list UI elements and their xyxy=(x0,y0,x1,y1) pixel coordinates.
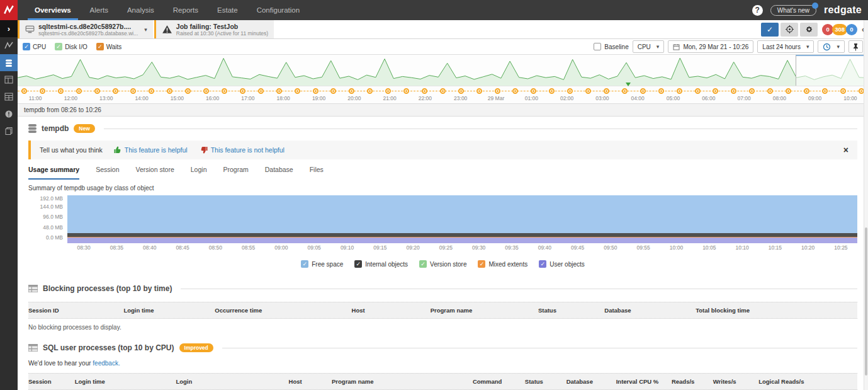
tab-version-store[interactable]: Version store xyxy=(135,166,174,180)
sidebar-item-configuration[interactable] xyxy=(0,122,18,139)
sidebar-item-reports[interactable] xyxy=(0,71,18,88)
sidebar-item-alerts[interactable] xyxy=(0,105,18,122)
alert-badge-1[interactable]: 308 xyxy=(832,24,847,35)
alert-marker-icon[interactable] xyxy=(403,88,409,94)
alert-marker-icon[interactable] xyxy=(786,88,791,94)
vertical-scrollbar[interactable] xyxy=(864,20,868,390)
alert-marker-icon[interactable] xyxy=(767,88,773,94)
nav-item-overviews[interactable]: Overviews xyxy=(25,0,81,20)
tab-login[interactable]: Login xyxy=(191,166,207,180)
alert-marker-icon[interactable] xyxy=(604,88,609,94)
nav-item-estate[interactable]: Estate xyxy=(208,0,247,20)
timeline-selection-region[interactable] xyxy=(796,55,867,86)
alert-marker-icon[interactable] xyxy=(585,88,591,94)
date-display[interactable]: Mon, 29 Mar 21 - 10:26 xyxy=(668,40,753,53)
alert-marker-icon[interactable] xyxy=(458,88,464,94)
sidebar-item-analysis[interactable] xyxy=(0,37,18,54)
whats-new-button[interactable]: What's new xyxy=(770,5,816,16)
alert-marker-icon[interactable] xyxy=(21,88,27,94)
legend-item-version-store[interactable]: ✓Version store xyxy=(419,260,466,268)
metric-checkbox-diskio[interactable]: ✓Disk I/O xyxy=(55,43,87,50)
scrollbar-thumb[interactable] xyxy=(865,227,867,376)
alert-badge-2[interactable]: 0 xyxy=(846,24,857,35)
time-range-select[interactable]: Last 24 hours ▾ xyxy=(757,40,814,53)
nav-item-alerts[interactable]: Alerts xyxy=(81,0,118,20)
legend-item-mixed-extents[interactable]: ✓Mixed extents xyxy=(478,260,527,268)
sidebar-expand-button[interactable]: › xyxy=(0,20,18,37)
target-scope-button[interactable] xyxy=(781,23,798,37)
alert-marker-icon[interactable] xyxy=(330,88,336,94)
legend-item-free-space[interactable]: ✓Free space xyxy=(301,260,343,268)
pin-button[interactable] xyxy=(848,40,863,53)
alert-marker-icon[interactable] xyxy=(149,88,154,94)
sidebar-item-databases[interactable] xyxy=(0,54,18,71)
close-icon[interactable]: × xyxy=(843,145,848,155)
job-failing-alert-card[interactable]: Job failing: TestJob Raised at 10:30 (Ac… xyxy=(154,20,274,38)
alert-marker-icon[interactable] xyxy=(549,88,555,94)
alert-marker-icon[interactable] xyxy=(313,88,318,94)
alert-marker-icon[interactable] xyxy=(749,88,755,94)
timeline-plot[interactable] xyxy=(18,55,868,86)
alert-marker-icon[interactable] xyxy=(385,88,391,94)
alert-marker-icon[interactable] xyxy=(531,88,536,94)
nav-item-analysis[interactable]: Analysis xyxy=(118,0,164,20)
history-clock-button[interactable]: ▾ xyxy=(818,40,845,53)
alert-marker-icon[interactable] xyxy=(622,88,628,94)
server-selector[interactable]: sqltestmi-cs.d8e20c58927b.... sqltestmi-… xyxy=(18,20,153,38)
alert-marker-icon[interactable] xyxy=(76,88,82,94)
legend-item-internal-objects[interactable]: ✓Internal objects xyxy=(354,260,408,268)
nav-item-reports[interactable]: Reports xyxy=(164,0,208,20)
alert-marker-icon[interactable] xyxy=(40,88,45,94)
tab-database[interactable]: Database xyxy=(265,166,293,180)
baseline-toggle[interactable]: Baseline xyxy=(594,43,628,50)
alert-marker-icon[interactable] xyxy=(422,88,427,94)
alert-marker-icon[interactable] xyxy=(658,88,664,94)
tab-program[interactable]: Program xyxy=(223,166,248,180)
metric-checkbox-waits[interactable]: ✓Waits xyxy=(96,43,122,50)
alert-marker-icon[interactable] xyxy=(113,88,118,94)
alert-marker-icon[interactable] xyxy=(94,88,100,94)
nav-item-configuration[interactable]: Configuration xyxy=(247,0,309,20)
alert-marker-icon[interactable] xyxy=(222,88,227,94)
alert-marker-icon[interactable] xyxy=(349,88,354,94)
tab-files[interactable]: Files xyxy=(310,166,324,180)
alert-marker-icon[interactable] xyxy=(130,88,136,94)
alert-marker-icon[interactable] xyxy=(840,88,846,94)
stacked-area-plot[interactable] xyxy=(67,195,857,243)
alert-marker-icon[interactable] xyxy=(822,88,828,94)
alert-marker-icon[interactable] xyxy=(258,88,264,94)
alert-marker-icon[interactable] xyxy=(58,88,64,94)
sidebar-item-estate[interactable] xyxy=(0,88,18,105)
alert-marker-icon[interactable] xyxy=(185,88,191,94)
feature-not-helpful-link[interactable]: This feature is not helpful xyxy=(200,146,285,154)
alert-marker-icon[interactable] xyxy=(677,88,682,94)
alert-marker-icon[interactable] xyxy=(713,88,718,94)
alert-marker-icon[interactable] xyxy=(203,88,209,94)
alert-marker-icon[interactable] xyxy=(367,88,373,94)
help-icon[interactable]: ? xyxy=(752,5,763,16)
metric-checkbox-cpu[interactable]: ✓CPU xyxy=(23,43,46,50)
feature-helpful-link[interactable]: This feature is helpful xyxy=(114,146,188,154)
settings-button[interactable] xyxy=(800,23,818,37)
timeline-chart[interactable]: 11:0012:0013:0014:0015:0016:0017:0018:00… xyxy=(18,55,868,104)
alert-marker-icon[interactable] xyxy=(512,88,518,94)
alert-marker-icon[interactable] xyxy=(167,88,172,94)
alert-marker-icon[interactable] xyxy=(240,88,245,94)
alert-marker-icon[interactable] xyxy=(640,88,646,94)
acknowledge-button[interactable]: ✓ xyxy=(761,23,779,37)
redgate-logo-mark[interactable] xyxy=(0,0,18,20)
legend-item-user-objects[interactable]: ✓User objects xyxy=(539,260,585,268)
alert-marker-icon[interactable] xyxy=(440,88,446,94)
alert-marker-icon[interactable] xyxy=(295,88,300,94)
alert-marker-icon[interactable] xyxy=(276,88,282,94)
alert-marker-icon[interactable] xyxy=(476,88,482,94)
alert-marker-icon[interactable] xyxy=(804,88,809,94)
tab-session[interactable]: Session xyxy=(96,166,119,180)
alert-marker-icon[interactable] xyxy=(731,88,736,94)
feedback-link[interactable]: feedback. xyxy=(93,360,120,367)
alert-marker-icon[interactable] xyxy=(495,88,500,94)
alert-marker-icon[interactable] xyxy=(567,88,573,94)
tab-usage-summary[interactable]: Usage summary xyxy=(28,166,79,180)
baseline-metric-select[interactable]: CPU ▾ xyxy=(633,40,665,53)
baseline-checkbox[interactable] xyxy=(594,43,601,50)
